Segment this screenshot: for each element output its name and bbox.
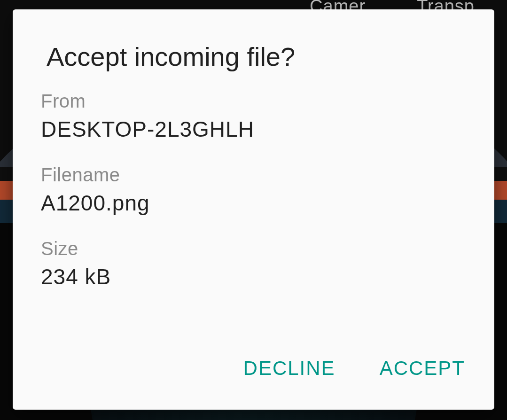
from-label: From	[41, 91, 460, 112]
from-field: From DESKTOP-2L3GHLH	[13, 91, 494, 164]
size-value: 234 kB	[41, 264, 460, 289]
dialog-title: Accept incoming file?	[13, 41, 494, 91]
from-value: DESKTOP-2L3GHLH	[41, 117, 460, 142]
filename-field: Filename A1200.png	[13, 164, 494, 238]
size-label: Size	[41, 238, 460, 259]
incoming-file-dialog: Accept incoming file? From DESKTOP-2L3GH…	[13, 9, 494, 410]
filename-value: A1200.png	[41, 190, 460, 216]
decline-button[interactable]: DECLINE	[238, 353, 341, 383]
accept-button[interactable]: ACCEPT	[374, 353, 471, 383]
size-field: Size 234 kB	[13, 238, 494, 312]
dialog-actions: DECLINE ACCEPT	[13, 353, 494, 410]
filename-label: Filename	[41, 164, 460, 186]
